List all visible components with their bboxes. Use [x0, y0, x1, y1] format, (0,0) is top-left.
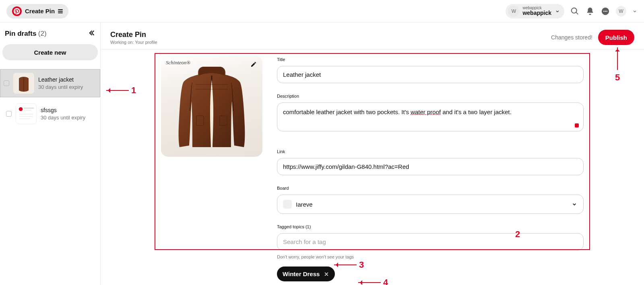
svg-rect-6	[24, 108, 34, 109]
svg-rect-9	[19, 116, 33, 117]
draft-checkbox[interactable]	[4, 80, 9, 86]
svg-point-5	[19, 107, 23, 111]
jacket-image	[175, 64, 249, 151]
avatar: W	[508, 6, 519, 17]
menu-icon	[58, 9, 63, 13]
board-label: Board	[277, 186, 584, 191]
pin-image-preview[interactable]: Schinteon®	[161, 55, 262, 157]
svg-rect-7	[24, 110, 31, 111]
draft-thumbnail	[13, 73, 34, 94]
board-thumbnail	[283, 200, 292, 209]
draft-expiry: 30 days until expiry	[38, 84, 83, 91]
tagged-topics-label: Tagged topics (1)	[277, 224, 584, 229]
tag-hint-text: Don't worry, people won't see your tags	[277, 254, 584, 259]
search-icon[interactable]	[570, 6, 580, 16]
title-input[interactable]	[277, 66, 584, 83]
link-input[interactable]	[277, 158, 584, 175]
draft-title: sfssgs	[41, 107, 85, 114]
draft-checkbox[interactable]	[6, 111, 12, 117]
sidebar-count: (2)	[38, 30, 47, 37]
draft-title: Leather jacket	[38, 76, 83, 84]
svg-rect-8	[19, 114, 33, 115]
create-pin-menu[interactable]: Create Pin	[6, 4, 68, 18]
draft-item[interactable]: Leather jacket 30 days until expiry	[0, 69, 100, 97]
draft-item[interactable]: sfssgs 30 days until expiry	[2, 100, 98, 128]
page-subtitle: Working on: Your profile	[110, 40, 157, 45]
collapse-sidebar-icon[interactable]	[87, 29, 95, 39]
mini-avatar[interactable]: W	[616, 6, 626, 16]
title-label: Title	[277, 57, 584, 62]
close-icon[interactable]	[324, 271, 329, 277]
main: Create Pin Working on: Your profile Chan…	[101, 23, 644, 285]
account-switcher[interactable]: W webappick webappick	[506, 4, 564, 18]
grammar-indicator-icon	[575, 123, 579, 127]
svg-point-2	[605, 10, 606, 12]
sidebar: Pin drafts (2) Create new Leather jacket…	[0, 23, 101, 285]
chat-icon[interactable]	[601, 6, 610, 16]
tag-chip[interactable]: Winter Dress	[277, 267, 335, 281]
sidebar-title: Pin drafts	[5, 30, 36, 37]
tag-chip-label: Winter Dress	[283, 271, 320, 277]
top-nav: Create Pin W webappick webappick W	[0, 0, 644, 23]
board-select[interactable]: Iareve	[277, 195, 584, 214]
chevron-down-icon[interactable]	[632, 8, 638, 14]
account-big-label: webappick	[522, 10, 551, 16]
create-new-button[interactable]: Create new	[2, 44, 98, 60]
draft-expiry: 30 days until expiry	[41, 114, 85, 121]
bell-icon[interactable]	[585, 6, 595, 16]
chevron-down-icon	[571, 201, 578, 207]
page-title: Create Pin	[110, 31, 157, 39]
publish-button[interactable]: Publish	[598, 30, 634, 45]
pinterest-logo-icon	[12, 6, 22, 16]
svg-rect-10	[19, 119, 30, 119]
status-text: Changes stored!	[551, 34, 592, 41]
svg-point-1	[603, 10, 605, 12]
link-label: Link	[277, 149, 584, 154]
edit-image-icon[interactable]	[250, 61, 257, 69]
tag-search-input[interactable]	[277, 233, 584, 250]
chevron-down-icon	[555, 8, 560, 14]
description-input[interactable]: comfortable leather jacket with two pock…	[277, 103, 584, 131]
draft-thumbnail	[16, 103, 37, 124]
description-label: Description	[277, 94, 584, 98]
svg-point-3	[606, 10, 607, 12]
board-value: Iareve	[296, 201, 313, 208]
create-pin-menu-label: Create Pin	[25, 8, 55, 14]
